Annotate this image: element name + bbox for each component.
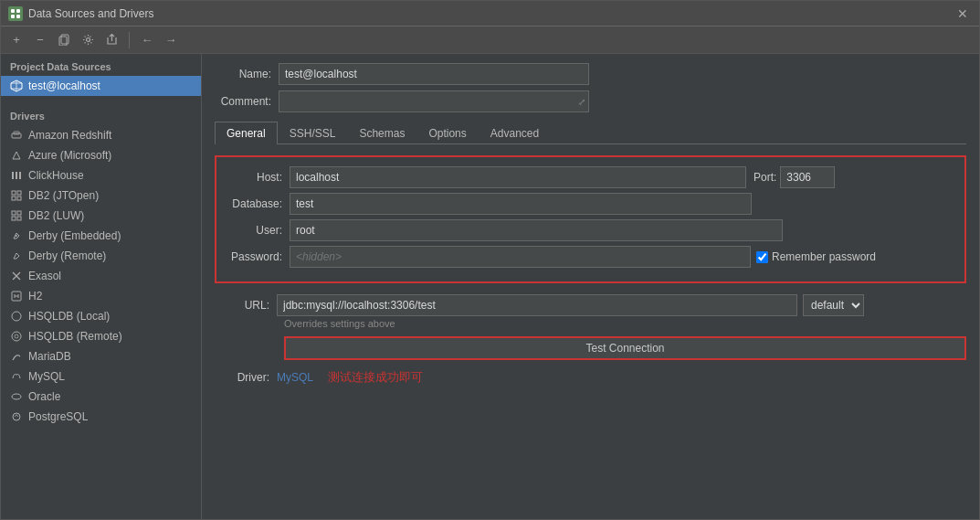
- driver-link[interactable]: MySQL: [277, 371, 313, 384]
- tab-general[interactable]: General: [215, 122, 278, 144]
- tab-ssh-ssl[interactable]: SSH/SSL: [278, 122, 348, 144]
- driver-item-db2-jtopen[interactable]: DB2 (JTOpen): [1, 186, 201, 206]
- driver-label: MariaDB: [28, 350, 71, 363]
- driver-label: HSQLDB (Remote): [28, 330, 122, 343]
- settings-button[interactable]: [78, 30, 98, 50]
- derby-remote-icon: [10, 249, 23, 262]
- database-row: Database:: [227, 193, 954, 215]
- export-button[interactable]: [101, 30, 121, 50]
- host-input[interactable]: [290, 166, 746, 188]
- mariadb-icon: [10, 350, 23, 363]
- svg-rect-21: [17, 196, 21, 200]
- postgresql-icon: [10, 410, 23, 423]
- sidebar-item-active[interactable]: test@localhost: [1, 76, 201, 96]
- driver-label: Exasol: [28, 270, 61, 282]
- comment-input-wrap: ⤢: [279, 90, 589, 112]
- driver-item-exasol[interactable]: Exasol: [1, 266, 201, 286]
- remember-password-checkbox[interactable]: [756, 251, 768, 263]
- test-connection-button[interactable]: Test Connection: [284, 336, 966, 360]
- driver-item-derby-embedded[interactable]: Derby (Embedded): [1, 226, 201, 246]
- expand-icon[interactable]: ⤢: [578, 97, 585, 107]
- driver-label: PostgreSQL: [28, 410, 88, 423]
- host-row: Host: Port:: [227, 166, 954, 188]
- user-row: User:: [227, 219, 954, 241]
- database-input[interactable]: [290, 193, 752, 215]
- name-row: Name:: [215, 63, 966, 85]
- svg-rect-15: [12, 172, 14, 179]
- app-icon: [8, 6, 23, 21]
- mysql-icon: [10, 370, 23, 383]
- clickhouse-icon: [10, 169, 23, 182]
- driver-label: Derby (Embedded): [28, 229, 121, 242]
- driver-label: H2: [28, 290, 42, 302]
- url-select[interactable]: default: [803, 294, 864, 316]
- svg-point-6: [86, 38, 90, 42]
- success-text: 测试连接成功即可: [328, 369, 423, 386]
- comment-label: Comment:: [215, 95, 279, 108]
- forward-button[interactable]: →: [161, 30, 181, 50]
- main-window: Data Sources and Drivers ✕ + − ←: [0, 0, 980, 520]
- datasource-icon: [10, 80, 23, 92]
- driver-item-postgresql[interactable]: PostgreSQL: [1, 407, 201, 427]
- driver-item-clickhouse[interactable]: ClickHouse: [1, 165, 201, 186]
- db2-jtopen-icon: [10, 189, 23, 202]
- driver-label: DB2 (JTOpen): [28, 189, 99, 202]
- tab-advanced[interactable]: Advanced: [479, 122, 551, 144]
- tab-options[interactable]: Options: [416, 122, 478, 144]
- driver-item-db2-luw[interactable]: DB2 (LUW): [1, 206, 201, 226]
- driver-item-hsqldb-remote[interactable]: HSQLDB (Remote): [1, 326, 201, 346]
- derby-embedded-icon: [10, 229, 23, 242]
- driver-item-mariadb[interactable]: MariaDB: [1, 346, 201, 366]
- connection-box: Host: Port: Database: User: Passwor: [215, 155, 966, 283]
- name-label: Name:: [215, 68, 279, 80]
- driver-label: DB2 (LUW): [28, 209, 84, 222]
- port-input[interactable]: [780, 166, 835, 188]
- comment-input[interactable]: [279, 90, 589, 112]
- toolbar: + − ← →: [1, 27, 979, 54]
- driver-label: MySQL: [28, 370, 65, 383]
- name-input[interactable]: [279, 63, 589, 85]
- svg-rect-23: [17, 211, 21, 215]
- back-button[interactable]: ←: [137, 30, 157, 50]
- driver-item-mysql[interactable]: MySQL: [1, 366, 201, 387]
- svg-rect-20: [12, 196, 16, 200]
- sidebar-active-label: test@localhost: [28, 80, 100, 92]
- driver-item-derby-remote[interactable]: Derby (Remote): [1, 246, 201, 266]
- svg-rect-18: [12, 191, 16, 195]
- window-title: Data Sources and Drivers: [28, 7, 954, 20]
- close-button[interactable]: ✕: [954, 5, 972, 23]
- drivers-section-title: Drivers: [1, 103, 201, 125]
- svg-point-36: [12, 394, 21, 399]
- password-row: Password: Remember password: [227, 246, 954, 268]
- db2-luw-icon: [10, 209, 23, 222]
- driver-item-h2[interactable]: H2: [1, 286, 201, 306]
- azure-icon: [10, 149, 23, 162]
- url-input[interactable]: [277, 294, 797, 316]
- driver-item-hsqldb-local[interactable]: HSQLDB (Local): [1, 306, 201, 326]
- remove-button[interactable]: −: [30, 30, 50, 50]
- driver-label: Driver:: [215, 371, 277, 384]
- password-label: Password:: [227, 250, 290, 263]
- password-input[interactable]: [290, 246, 751, 268]
- svg-rect-25: [17, 217, 21, 220]
- sidebar: Project Data Sources test@localhost Driv…: [1, 54, 202, 519]
- svg-rect-16: [16, 172, 17, 179]
- svg-point-26: [16, 235, 17, 237]
- toolbar-separator: [129, 32, 130, 48]
- main-content: Project Data Sources test@localhost Driv…: [1, 54, 979, 519]
- driver-item-amazon-redshift[interactable]: Amazon Redshift: [1, 125, 201, 145]
- oracle-icon: [10, 390, 23, 403]
- driver-label: ClickHouse: [28, 169, 84, 182]
- copy-button[interactable]: [54, 30, 74, 50]
- driver-item-azure[interactable]: Azure (Microsoft): [1, 145, 201, 165]
- overrides-text: Overrides settings above: [284, 318, 966, 329]
- svg-rect-3: [16, 15, 20, 18]
- driver-item-oracle[interactable]: Oracle: [1, 387, 201, 407]
- tab-schemas[interactable]: Schemas: [347, 122, 416, 144]
- user-input[interactable]: [290, 219, 783, 241]
- exasol-icon: [10, 270, 23, 282]
- driver-label: Oracle: [28, 390, 60, 403]
- add-button[interactable]: +: [6, 30, 26, 50]
- driver-row: Driver: MySQL 测试连接成功即可: [215, 369, 966, 386]
- svg-rect-24: [12, 217, 16, 220]
